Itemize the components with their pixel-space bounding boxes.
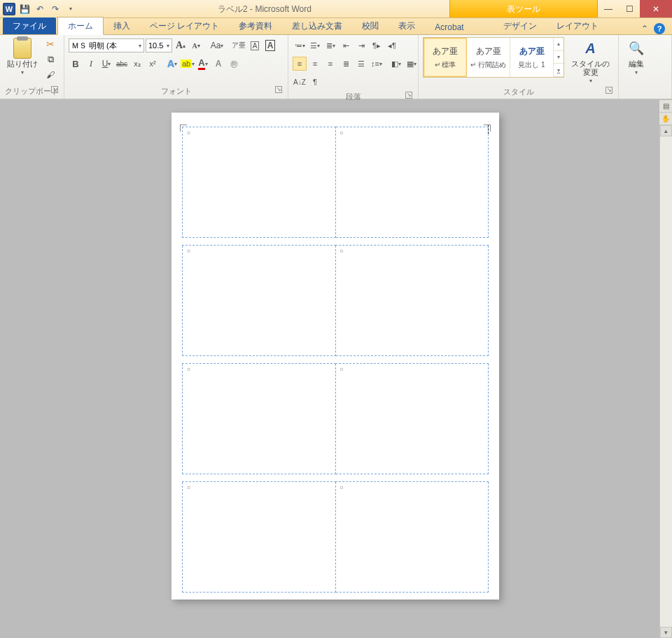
paragraph-dialog-launcher[interactable]: [405, 92, 412, 99]
tab-file[interactable]: ファイル: [3, 17, 56, 34]
char-shading-button[interactable]: A: [211, 57, 225, 71]
multilevel-button[interactable]: ≣▾: [323, 38, 337, 52]
label-cell[interactable]: ¤: [335, 245, 489, 355]
label-cell[interactable]: ¤: [183, 127, 336, 238]
cut-button[interactable]: [43, 37, 57, 51]
align-right-button[interactable]: ≡: [323, 57, 337, 71]
pan-hand-icon[interactable]: ✋: [659, 113, 672, 125]
styles-dialog-launcher[interactable]: [606, 87, 612, 94]
style-normal[interactable]: あア亜 ↵ 標準: [424, 38, 467, 77]
style-no-spacing[interactable]: あア亜 ↵ 行間詰め: [467, 38, 510, 77]
bold-button[interactable]: B: [69, 57, 83, 71]
font-name-combo[interactable]: ＭＳ 明朝 (本▾: [69, 38, 144, 52]
customize-qat-icon[interactable]: ▾: [64, 3, 77, 15]
scroll-up-icon[interactable]: ▴: [660, 125, 672, 136]
align-center-button[interactable]: ≡: [308, 57, 322, 71]
distribute-button[interactable]: ☰: [354, 57, 368, 71]
document-title: ラベル2 - Microsoft Word: [80, 0, 449, 17]
maximize-button[interactable]: ☐: [619, 0, 640, 17]
tab-page-layout[interactable]: ページ レイアウト: [140, 17, 229, 34]
group-editing: 🔍 編集 ▾: [619, 35, 672, 99]
paste-button[interactable]: 貼り付け ▾: [4, 37, 41, 77]
increase-indent-button[interactable]: ⇥: [354, 38, 368, 52]
label-spacer: [183, 238, 489, 245]
style-gallery[interactable]: あア亜 ↵ 標準 あア亜 ↵ 行間詰め あア亜 見出し 1 ▴ ▾ ▾̲: [423, 37, 564, 78]
group-paragraph: ≔▾ ☰▾ ≣▾ ⇤ ⇥ ¶▸ ◂¶ ≡ ≡ ≡ ≣ ☰ ↕≡▾ ◧▾ ▦▾ A…: [288, 35, 419, 99]
rtl-button[interactable]: ◂¶: [385, 38, 399, 52]
grow-font-button[interactable]: A▴: [174, 38, 188, 52]
underline-button[interactable]: U▾: [99, 57, 113, 71]
tab-table-layout[interactable]: レイアウト: [547, 17, 608, 34]
shrink-font-button[interactable]: A▾: [189, 38, 203, 52]
group-label-editing: [623, 95, 667, 99]
save-icon[interactable]: 💾: [18, 3, 31, 15]
line-spacing-button[interactable]: ↕≡▾: [370, 57, 384, 71]
gallery-down-icon[interactable]: ▾: [554, 51, 564, 64]
enclose-char-button[interactable]: ㊞: [227, 57, 241, 71]
redo-icon[interactable]: ↷: [49, 3, 62, 15]
label-cell[interactable]: ¤: [335, 127, 489, 238]
borders-button[interactable]: ▦▾: [405, 57, 419, 71]
ribbon-tabs: ファイル ホーム 挿入 ページ レイアウト 参考資料 差し込み文書 校閲 表示 …: [0, 18, 672, 35]
tab-references[interactable]: 参考資料: [229, 17, 282, 34]
word-app-icon[interactable]: W: [3, 3, 15, 15]
label-cell[interactable]: ¤: [335, 363, 489, 474]
enclose-button[interactable]: A: [248, 38, 262, 52]
close-button[interactable]: ✕: [640, 0, 672, 17]
gallery-up-icon[interactable]: ▴: [554, 38, 564, 51]
vertical-scrollbar[interactable]: ▤ ✋ ▴ ▾: [659, 100, 672, 638]
decrease-indent-button[interactable]: ⇤: [339, 38, 353, 52]
strikethrough-button[interactable]: abc: [115, 57, 129, 71]
style-gallery-scroll[interactable]: ▴ ▾ ▾̲: [554, 38, 564, 77]
collapse-ribbon-icon[interactable]: ⌃: [641, 24, 648, 34]
minimize-button[interactable]: —: [598, 0, 619, 17]
gallery-more-icon[interactable]: ▾̲: [554, 64, 564, 77]
group-clipboard: 貼り付け ▾ クリップボード: [0, 35, 64, 99]
ruler-toggle-icon[interactable]: ▤: [659, 100, 672, 113]
numbering-button[interactable]: ☰▾: [308, 38, 322, 52]
quick-access-toolbar: W 💾 ↶ ↷ ▾: [0, 0, 80, 17]
italic-button[interactable]: I: [84, 57, 98, 71]
text-effects-button[interactable]: A▾: [165, 57, 179, 71]
label-table[interactable]: ¤ ¤ ¤ ¤ ¤ ¤ ¤ ¤: [182, 127, 489, 593]
label-cell[interactable]: ¤: [183, 245, 336, 355]
font-color-button[interactable]: A▾: [196, 57, 210, 71]
format-painter-button[interactable]: [43, 68, 57, 82]
label-cell[interactable]: ¤: [183, 363, 336, 474]
justify-button[interactable]: ≣: [339, 57, 353, 71]
tab-view[interactable]: 表示: [388, 17, 425, 34]
tab-mailings[interactable]: 差し込み文書: [282, 17, 352, 34]
char-border-button[interactable]: A: [263, 38, 277, 52]
font-size-combo[interactable]: 10.5▾: [146, 38, 172, 52]
shading-button[interactable]: ◧▾: [389, 57, 403, 71]
show-marks-button[interactable]: ¶: [308, 75, 322, 89]
undo-icon[interactable]: ↶: [34, 3, 46, 15]
change-case-button[interactable]: Aa▾: [210, 38, 224, 52]
ruby-button[interactable]: ア亜: [231, 38, 246, 52]
tab-table-design[interactable]: デザイン: [493, 17, 547, 34]
scroll-down-icon[interactable]: ▾: [660, 627, 672, 638]
document-area[interactable]: ¤ ¤ ¤ ¤ ¤ ¤ ¤ ¤: [0, 100, 672, 638]
clipboard-dialog-launcher[interactable]: [51, 86, 58, 93]
help-icon[interactable]: ?: [654, 23, 665, 34]
copy-button[interactable]: [43, 52, 57, 66]
tab-home[interactable]: ホーム: [57, 17, 104, 35]
tab-acrobat[interactable]: Acrobat: [425, 20, 473, 34]
tab-insert[interactable]: 挿入: [104, 17, 140, 34]
label-spacer: [183, 356, 489, 363]
sort-button[interactable]: A↓Z: [293, 75, 307, 89]
bullets-button[interactable]: ≔▾: [293, 38, 307, 52]
page[interactable]: ¤ ¤ ¤ ¤ ¤ ¤ ¤ ¤: [172, 113, 499, 600]
label-cell[interactable]: ¤: [183, 481, 336, 592]
ltr-button[interactable]: ¶▸: [370, 38, 384, 52]
font-dialog-launcher[interactable]: [275, 86, 282, 93]
find-button[interactable]: 🔍 編集 ▾: [623, 37, 650, 77]
align-left-button[interactable]: ≡: [293, 57, 307, 71]
label-cell[interactable]: ¤: [335, 481, 489, 592]
superscript-button[interactable]: x²: [146, 57, 160, 71]
change-styles-button[interactable]: A スタイルの 変更 ▾: [568, 37, 612, 85]
subscript-button[interactable]: x₂: [130, 57, 144, 71]
highlight-button[interactable]: ab▾: [181, 57, 195, 71]
style-heading1[interactable]: あア亜 見出し 1: [510, 38, 554, 77]
tab-review[interactable]: 校閲: [352, 17, 388, 34]
